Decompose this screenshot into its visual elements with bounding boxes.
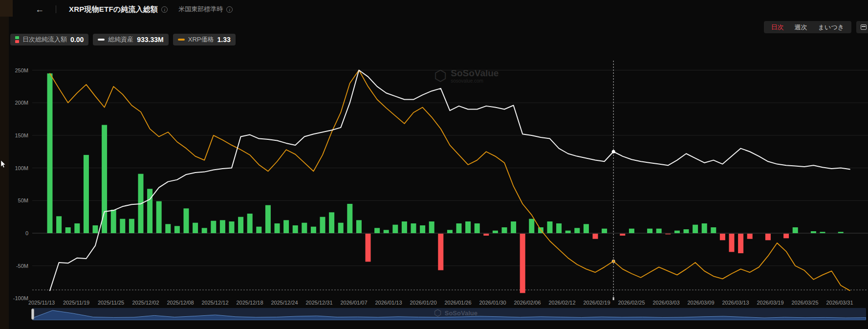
minimap-drag-handle[interactable] bbox=[31, 308, 34, 320]
daily-inflow-bar[interactable] bbox=[656, 229, 662, 233]
daily-inflow-bar[interactable] bbox=[402, 221, 407, 233]
x-axis-label: 2025/12/31 bbox=[305, 300, 332, 306]
minimap-navigator[interactable] bbox=[32, 308, 866, 320]
daily-inflow-bar[interactable] bbox=[729, 234, 735, 252]
daily-inflow-bar[interactable] bbox=[384, 230, 389, 233]
y-axis-label: 100M bbox=[15, 165, 28, 171]
daily-inflow-bar[interactable] bbox=[693, 225, 698, 233]
daily-inflow-bar[interactable] bbox=[674, 231, 680, 233]
daily-inflow-bar[interactable] bbox=[765, 234, 771, 240]
daily-inflow-bar[interactable] bbox=[56, 216, 62, 233]
daily-inflow-bar[interactable] bbox=[738, 234, 743, 253]
daily-inflow-bar[interactable] bbox=[347, 204, 352, 233]
daily-inflow-bar[interactable] bbox=[620, 234, 625, 236]
daily-inflow-bar[interactable] bbox=[502, 227, 507, 233]
daily-inflow-bar[interactable] bbox=[811, 231, 816, 233]
daily-inflow-bar[interactable] bbox=[465, 221, 471, 233]
daily-inflow-bar[interactable] bbox=[283, 220, 289, 233]
daily-inflow-bar[interactable] bbox=[147, 189, 152, 233]
x-axis-label: 2026/03/31 bbox=[826, 300, 853, 306]
y-axis-label: 150M bbox=[15, 132, 28, 138]
daily-inflow-bar[interactable] bbox=[311, 227, 316, 233]
x-axis-label: 2026/03/19 bbox=[757, 300, 783, 306]
daily-inflow-bar[interactable] bbox=[202, 228, 207, 233]
daily-inflow-bar[interactable] bbox=[65, 227, 71, 233]
daily-inflow-bar[interactable] bbox=[420, 225, 425, 233]
daily-inflow-bar[interactable] bbox=[711, 227, 716, 233]
daily-inflow-bar[interactable] bbox=[720, 234, 725, 240]
daily-inflow-bar[interactable] bbox=[374, 228, 380, 233]
daily-inflow-bar[interactable] bbox=[684, 229, 689, 233]
x-axis-label: 2026/01/20 bbox=[410, 300, 436, 306]
daily-inflow-bar[interactable] bbox=[838, 232, 844, 233]
daily-inflow-bar[interactable] bbox=[511, 221, 516, 233]
daily-inflow-bar[interactable] bbox=[247, 214, 253, 233]
daily-inflow-bar[interactable] bbox=[320, 217, 326, 233]
daily-inflow-bar[interactable] bbox=[793, 227, 798, 233]
daily-inflow-bar[interactable] bbox=[302, 223, 307, 233]
daily-inflow-bar[interactable] bbox=[447, 230, 453, 233]
daily-inflow-bar[interactable] bbox=[174, 226, 180, 233]
x-axis-label: 2026/03/25 bbox=[791, 300, 818, 306]
daily-inflow-bar[interactable] bbox=[602, 229, 607, 233]
daily-inflow-bar[interactable] bbox=[820, 232, 825, 233]
daily-inflow-bar[interactable] bbox=[238, 217, 243, 233]
daily-inflow-bar[interactable] bbox=[629, 229, 634, 233]
daily-inflow-bar[interactable] bbox=[184, 208, 189, 233]
daily-inflow-bar[interactable] bbox=[783, 234, 789, 238]
daily-inflow-bar[interactable] bbox=[483, 234, 489, 236]
daily-inflow-bar[interactable] bbox=[74, 223, 80, 233]
daily-inflow-bar[interactable] bbox=[520, 234, 525, 293]
daily-inflow-bar[interactable] bbox=[165, 224, 171, 233]
x-axis-label: 2026/02/25 bbox=[618, 300, 645, 306]
daily-inflow-bar[interactable] bbox=[356, 220, 362, 233]
daily-inflow-bar[interactable] bbox=[156, 201, 162, 233]
daily-inflow-bar[interactable] bbox=[293, 225, 298, 233]
daily-inflow-bar[interactable] bbox=[565, 231, 571, 233]
daily-inflow-bar[interactable] bbox=[84, 155, 89, 233]
daily-inflow-bar[interactable] bbox=[593, 234, 598, 239]
daily-inflow-bar[interactable] bbox=[556, 223, 562, 233]
daily-inflow-bar[interactable] bbox=[265, 205, 271, 233]
daily-inflow-bar[interactable] bbox=[574, 228, 580, 233]
daily-inflow-bar[interactable] bbox=[529, 219, 534, 233]
daily-inflow-bar[interactable] bbox=[747, 234, 753, 239]
y-axis-label: -100M bbox=[13, 295, 28, 301]
x-axis-label: 2026/02/19 bbox=[583, 300, 610, 306]
daily-inflow-bar[interactable] bbox=[702, 223, 707, 233]
daily-inflow-bar[interactable] bbox=[120, 219, 125, 233]
daily-inflow-bar[interactable] bbox=[456, 223, 462, 233]
main-chart-svg[interactable]: 250M200M150M100M50M0-50M-100M2025/11/132… bbox=[0, 0, 868, 329]
x-axis-label: 2025/11/19 bbox=[63, 300, 89, 306]
daily-inflow-bar[interactable] bbox=[220, 220, 225, 233]
daily-inflow-bar[interactable] bbox=[93, 225, 98, 233]
chart-page: { "header": { "back_arrow": "←", "title"… bbox=[0, 0, 868, 329]
daily-inflow-bar[interactable] bbox=[438, 234, 443, 270]
daily-inflow-bar[interactable] bbox=[193, 223, 198, 233]
x-axis-label: 2025/11/25 bbox=[98, 300, 124, 306]
daily-inflow-bar[interactable] bbox=[584, 224, 589, 233]
x-axis-label: 2026/01/30 bbox=[479, 300, 506, 306]
daily-inflow-bar[interactable] bbox=[547, 221, 553, 233]
daily-inflow-bar[interactable] bbox=[256, 227, 261, 233]
daily-inflow-bar[interactable] bbox=[392, 225, 398, 233]
daily-inflow-bar[interactable] bbox=[229, 221, 235, 233]
daily-inflow-bar[interactable] bbox=[275, 223, 280, 233]
daily-inflow-bar[interactable] bbox=[647, 229, 652, 233]
daily-inflow-bar[interactable] bbox=[475, 223, 480, 233]
y-axis-label: 50M bbox=[18, 197, 28, 203]
daily-inflow-bar[interactable] bbox=[129, 219, 134, 233]
daily-inflow-bar[interactable] bbox=[47, 73, 53, 233]
daily-inflow-bar[interactable] bbox=[211, 221, 216, 233]
daily-inflow-bar[interactable] bbox=[493, 231, 498, 233]
daily-inflow-bar[interactable] bbox=[366, 234, 371, 262]
daily-inflow-bar[interactable] bbox=[411, 223, 416, 233]
x-axis-label: 2025/12/18 bbox=[236, 300, 263, 306]
daily-inflow-bar[interactable] bbox=[329, 212, 334, 233]
x-axis-label: 2026/03/03 bbox=[652, 300, 679, 306]
daily-inflow-bar[interactable] bbox=[111, 210, 116, 233]
x-axis-label: 2026/01/13 bbox=[375, 300, 402, 306]
daily-inflow-bar[interactable] bbox=[429, 221, 434, 233]
daily-inflow-bar[interactable] bbox=[338, 223, 344, 233]
daily-inflow-bar[interactable] bbox=[665, 234, 671, 234]
